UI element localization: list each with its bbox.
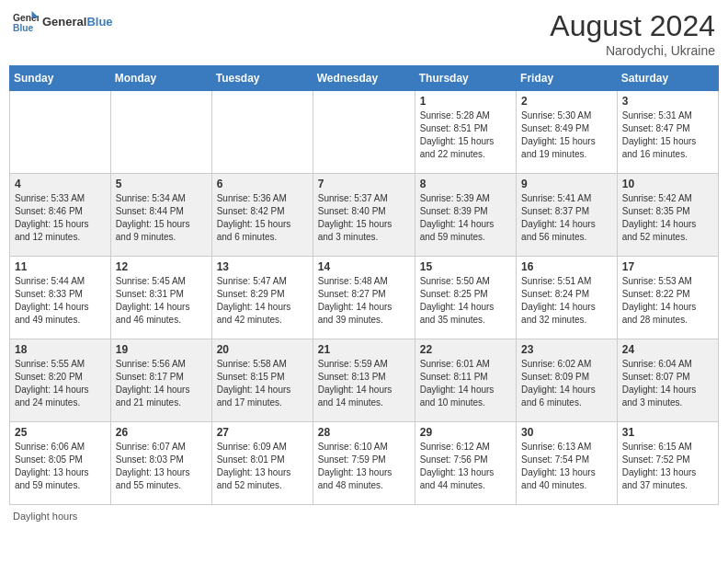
header-thursday: Thursday (415, 66, 516, 91)
day-info: Sunrise: 5:51 AMSunset: 8:24 PMDaylight:… (521, 275, 612, 327)
location: Narodychi, Ukraine (550, 43, 715, 58)
day-number: 10 (622, 178, 713, 190)
day-number: 4 (15, 178, 106, 190)
header-saturday: Saturday (617, 66, 718, 91)
calendar-week-row: 18Sunrise: 5:55 AMSunset: 8:20 PMDayligh… (10, 339, 719, 422)
day-number: 3 (622, 95, 713, 108)
calendar-cell: 24Sunrise: 6:04 AMSunset: 8:07 PMDayligh… (617, 339, 718, 422)
day-info: Sunrise: 6:02 AMSunset: 8:09 PMDaylight:… (521, 358, 612, 409)
day-info: Sunrise: 5:31 AMSunset: 8:47 PMDaylight:… (622, 109, 713, 161)
day-number: 8 (420, 178, 511, 190)
calendar-cell: 14Sunrise: 5:48 AMSunset: 8:27 PMDayligh… (313, 257, 415, 339)
header-tuesday: Tuesday (211, 66, 313, 91)
day-info: Sunrise: 5:41 AMSunset: 8:37 PMDaylight:… (521, 192, 612, 244)
day-info: Sunrise: 5:45 AMSunset: 8:31 PMDaylight:… (116, 275, 207, 327)
day-info: Sunrise: 6:01 AMSunset: 8:11 PMDaylight:… (420, 358, 511, 409)
day-number: 9 (521, 178, 612, 190)
calendar-cell: 22Sunrise: 6:01 AMSunset: 8:11 PMDayligh… (415, 339, 516, 422)
day-number: 20 (217, 343, 308, 356)
calendar-week-row: 1Sunrise: 5:28 AMSunset: 8:51 PMDaylight… (10, 91, 719, 174)
day-number: 5 (116, 178, 207, 190)
calendar-week-row: 4Sunrise: 5:33 AMSunset: 8:46 PMDaylight… (10, 174, 719, 257)
calendar-table: Sunday Monday Tuesday Wednesday Thursday… (9, 65, 719, 505)
calendar-cell: 31Sunrise: 6:15 AMSunset: 7:52 PMDayligh… (617, 422, 718, 505)
day-number: 16 (521, 260, 612, 273)
day-number: 7 (318, 178, 410, 190)
day-number: 27 (217, 426, 308, 439)
day-info: Sunrise: 5:44 AMSunset: 8:33 PMDaylight:… (15, 275, 106, 327)
calendar-cell (10, 91, 111, 174)
calendar-week-row: 25Sunrise: 6:06 AMSunset: 8:05 PMDayligh… (10, 422, 719, 505)
calendar-cell: 30Sunrise: 6:13 AMSunset: 7:54 PMDayligh… (517, 422, 618, 505)
calendar-cell: 25Sunrise: 6:06 AMSunset: 8:05 PMDayligh… (10, 422, 111, 505)
day-info: Sunrise: 5:55 AMSunset: 8:20 PMDaylight:… (15, 358, 106, 409)
day-number: 22 (420, 343, 511, 356)
calendar-cell: 27Sunrise: 6:09 AMSunset: 8:01 PMDayligh… (211, 422, 313, 505)
calendar-cell: 8Sunrise: 5:39 AMSunset: 8:39 PMDaylight… (415, 174, 516, 257)
day-number: 24 (622, 343, 713, 356)
calendar-cell: 23Sunrise: 6:02 AMSunset: 8:09 PMDayligh… (517, 339, 618, 422)
day-number: 31 (622, 426, 713, 439)
day-info: Sunrise: 5:48 AMSunset: 8:27 PMDaylight:… (318, 275, 410, 327)
logo-blue: Blue (86, 15, 112, 29)
day-info: Sunrise: 5:53 AMSunset: 8:22 PMDaylight:… (622, 275, 713, 327)
calendar-cell: 7Sunrise: 5:37 AMSunset: 8:40 PMDaylight… (313, 174, 415, 257)
calendar-cell: 9Sunrise: 5:41 AMSunset: 8:37 PMDaylight… (517, 174, 618, 257)
calendar-cell: 13Sunrise: 5:47 AMSunset: 8:29 PMDayligh… (211, 257, 313, 339)
calendar-cell: 29Sunrise: 6:12 AMSunset: 7:56 PMDayligh… (415, 422, 516, 505)
calendar-cell: 16Sunrise: 5:51 AMSunset: 8:24 PMDayligh… (517, 257, 618, 339)
title-section: August 2024 Narodychi, Ukraine (550, 9, 715, 58)
day-info: Sunrise: 5:42 AMSunset: 8:35 PMDaylight:… (622, 192, 713, 244)
calendar-cell: 21Sunrise: 5:59 AMSunset: 8:13 PMDayligh… (313, 339, 415, 422)
header-wednesday: Wednesday (313, 66, 415, 91)
day-number: 12 (116, 260, 207, 273)
day-number: 17 (622, 260, 713, 273)
calendar-cell: 20Sunrise: 5:58 AMSunset: 8:15 PMDayligh… (211, 339, 313, 422)
day-number: 30 (521, 426, 612, 439)
day-info: Sunrise: 6:07 AMSunset: 8:03 PMDaylight:… (116, 441, 207, 492)
day-info: Sunrise: 5:33 AMSunset: 8:46 PMDaylight:… (15, 192, 106, 244)
calendar-cell: 28Sunrise: 6:10 AMSunset: 7:59 PMDayligh… (313, 422, 415, 505)
day-info: Sunrise: 5:47 AMSunset: 8:29 PMDaylight:… (217, 275, 308, 327)
calendar-cell: 18Sunrise: 5:55 AMSunset: 8:20 PMDayligh… (10, 339, 111, 422)
calendar-cell: 4Sunrise: 5:33 AMSunset: 8:46 PMDaylight… (10, 174, 111, 257)
day-number: 13 (217, 260, 308, 273)
day-number: 19 (116, 343, 207, 356)
day-info: Sunrise: 6:13 AMSunset: 7:54 PMDaylight:… (521, 441, 612, 492)
day-info: Sunrise: 5:39 AMSunset: 8:39 PMDaylight:… (420, 192, 511, 244)
day-info: Sunrise: 6:12 AMSunset: 7:56 PMDaylight:… (420, 441, 511, 492)
day-number: 11 (15, 260, 106, 273)
calendar-cell: 1Sunrise: 5:28 AMSunset: 8:51 PMDaylight… (415, 91, 516, 174)
day-info: Sunrise: 5:59 AMSunset: 8:13 PMDaylight:… (318, 358, 410, 409)
svg-text:Blue: Blue (13, 23, 34, 33)
day-number: 28 (318, 426, 410, 439)
header: General Blue GeneralBlue August 2024 Nar… (9, 9, 719, 58)
day-number: 1 (420, 95, 511, 108)
day-info: Sunrise: 5:34 AMSunset: 8:44 PMDaylight:… (116, 192, 207, 244)
calendar-cell: 17Sunrise: 5:53 AMSunset: 8:22 PMDayligh… (617, 257, 718, 339)
days-header-row: Sunday Monday Tuesday Wednesday Thursday… (10, 66, 719, 91)
day-info: Sunrise: 5:28 AMSunset: 8:51 PMDaylight:… (420, 109, 511, 161)
footer-note: Daylight hours (9, 511, 719, 522)
day-info: Sunrise: 5:30 AMSunset: 8:49 PMDaylight:… (521, 109, 612, 161)
day-number: 14 (318, 260, 410, 273)
day-info: Sunrise: 5:37 AMSunset: 8:40 PMDaylight:… (318, 192, 410, 244)
calendar-cell: 19Sunrise: 5:56 AMSunset: 8:17 PMDayligh… (110, 339, 211, 422)
logo: General Blue GeneralBlue (13, 9, 113, 35)
day-number: 25 (15, 426, 106, 439)
calendar-cell: 2Sunrise: 5:30 AMSunset: 8:49 PMDaylight… (517, 91, 618, 174)
header-sunday: Sunday (10, 66, 111, 91)
header-monday: Monday (110, 66, 211, 91)
day-number: 29 (420, 426, 511, 439)
calendar-cell: 26Sunrise: 6:07 AMSunset: 8:03 PMDayligh… (110, 422, 211, 505)
day-number: 15 (420, 260, 511, 273)
day-info: Sunrise: 5:50 AMSunset: 8:25 PMDaylight:… (420, 275, 511, 327)
month-year: August 2024 (550, 9, 715, 43)
day-info: Sunrise: 6:06 AMSunset: 8:05 PMDaylight:… (15, 441, 106, 492)
calendar-cell: 5Sunrise: 5:34 AMSunset: 8:44 PMDaylight… (110, 174, 211, 257)
calendar-cell: 12Sunrise: 5:45 AMSunset: 8:31 PMDayligh… (110, 257, 211, 339)
day-info: Sunrise: 5:58 AMSunset: 8:15 PMDaylight:… (217, 358, 308, 409)
day-info: Sunrise: 6:04 AMSunset: 8:07 PMDaylight:… (622, 358, 713, 409)
day-info: Sunrise: 6:10 AMSunset: 7:59 PMDaylight:… (318, 441, 410, 492)
calendar-cell: 3Sunrise: 5:31 AMSunset: 8:47 PMDaylight… (617, 91, 718, 174)
